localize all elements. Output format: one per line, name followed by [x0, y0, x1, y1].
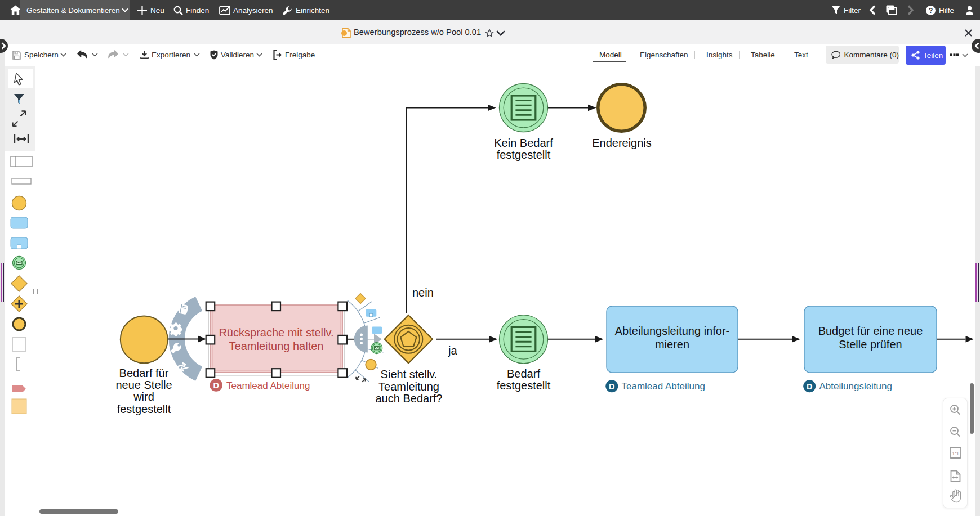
svg-text:Rücksprache mit stellv.Teamlei: Rücksprache mit stellv.Teamleitung halte…	[219, 326, 333, 352]
svg-text:ja: ja	[448, 344, 457, 357]
svg-text:Bedarf fürneue Stellewirdfestg: Bedarf fürneue Stellewirdfestgestellt	[115, 367, 172, 415]
svg-text:Kein Bedarffestgestellt: Kein Bedarffestgestellt	[494, 137, 553, 161]
svg-text:Bedarffestgestellt: Bedarffestgestellt	[497, 367, 551, 392]
svg-text:Teamlead Abteilung: Teamlead Abteilung	[622, 381, 705, 392]
svg-text:?: ?	[929, 6, 933, 14]
svg-text:Endereignis: Endereignis	[592, 137, 652, 149]
svg-text:D: D	[609, 382, 614, 391]
svg-text:D: D	[807, 382, 812, 391]
svg-text:D: D	[213, 381, 219, 390]
svg-text:nein: nein	[412, 286, 434, 299]
svg-text:Sieht stellv.Teamleitungauch B: Sieht stellv.Teamleitungauch Bedarf?	[376, 368, 443, 405]
svg-text:1:1: 1:1	[952, 450, 959, 456]
svg-text:Teamlead Abteilung: Teamlead Abteilung	[226, 380, 310, 391]
svg-text:Abteilungsleitung: Abteilungsleitung	[819, 381, 892, 392]
